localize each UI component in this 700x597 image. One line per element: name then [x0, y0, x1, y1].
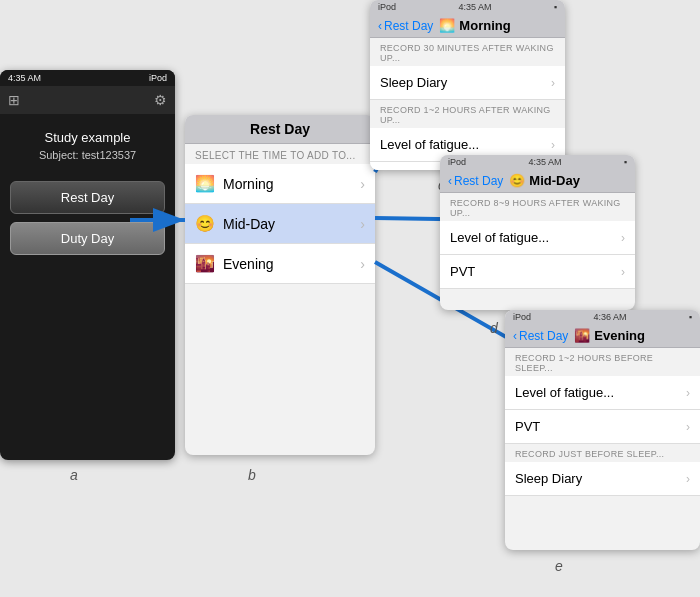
device-c: iPod: [378, 2, 396, 12]
label-b: b: [248, 467, 256, 483]
fatigue-midday[interactable]: Level of fatigue... ›: [440, 221, 635, 255]
sleep-diary-evening[interactable]: Sleep Diary ›: [505, 462, 700, 496]
morning-icon: 🌅: [195, 174, 215, 193]
label-e: e: [555, 558, 563, 574]
back-label-c: Rest Day: [384, 19, 433, 33]
pvt-evening[interactable]: PVT ›: [505, 410, 700, 444]
status-bar-e: iPod 4:36 AM ▪: [505, 310, 700, 324]
chevron-fatigue-morning: ›: [551, 138, 555, 152]
section-header-b: SELECT THE TIME TO ADD TO...: [185, 144, 375, 164]
back-button-e[interactable]: ‹ Rest Day: [513, 329, 568, 343]
pvt-midday[interactable]: PVT ›: [440, 255, 635, 289]
time-d: 4:35 AM: [528, 157, 561, 167]
fatigue-evening[interactable]: Level of fatigue... ›: [505, 376, 700, 410]
label-d: d: [490, 320, 498, 336]
list-item-evening[interactable]: 🌇 Evening ›: [185, 244, 375, 284]
evening-title-text: Evening: [594, 328, 645, 343]
nav-bar-c: ‹ Rest Day 🌅 Morning: [370, 14, 565, 38]
device-a: iPod: [149, 73, 167, 83]
device-d: iPod: [448, 157, 466, 167]
morning-title-text: Morning: [459, 18, 510, 33]
midday-title-icon: 😊: [509, 173, 525, 188]
section-header-d1: RECORD 8~9 HOURS AFTER WAKING UP...: [440, 193, 635, 221]
section-header-e1: RECORD 1~2 HOURS BEFORE SLEEP...: [505, 348, 700, 376]
status-bar-c: iPod 4:35 AM ▪: [370, 0, 565, 14]
evening-icon: 🌇: [195, 254, 215, 273]
duty-day-button[interactable]: Duty Day: [10, 222, 165, 255]
device-e: iPod: [513, 312, 531, 322]
sleep-diary-label-evening: Sleep Diary: [515, 471, 582, 486]
morning-title-icon: 🌅: [439, 18, 455, 33]
page-title-c: 🌅 Morning: [439, 18, 510, 33]
section-header-e2: RECORD JUST BEFORE SLEEP...: [505, 444, 700, 462]
gear-icon[interactable]: ⚙: [154, 92, 167, 108]
time-c: 4:35 AM: [458, 2, 491, 12]
chevron-back-e: ‹: [513, 329, 517, 343]
study-title: Study example: [10, 130, 165, 145]
list-item-midday[interactable]: 😊 Mid-Day ›: [185, 204, 375, 244]
fatigue-label-midday: Level of fatigue...: [450, 230, 549, 245]
sleep-diary-morning[interactable]: Sleep Diary ›: [370, 66, 565, 100]
fatigue-label-morning: Level of fatigue...: [380, 137, 479, 152]
back-label-e: Rest Day: [519, 329, 568, 343]
logo-icon: ⊞: [8, 92, 20, 108]
chevron-evening: ›: [360, 256, 365, 272]
fatigue-label-evening: Level of fatigue...: [515, 385, 614, 400]
panel-b-title: Rest Day: [250, 121, 310, 137]
chevron-fatigue-evening: ›: [686, 386, 690, 400]
section-header-c2: RECORD 1~2 HOURS AFTER WAKING UP...: [370, 100, 565, 128]
panel-a: 4:35 AM iPod ⊞ ⚙ Study example Subject: …: [0, 70, 175, 460]
nav-bar-e: ‹ Rest Day 🌇 Evening: [505, 324, 700, 348]
panel-b: Rest Day SELECT THE TIME TO ADD TO... 🌅 …: [185, 115, 375, 455]
time-a: 4:35 AM: [8, 73, 41, 83]
nav-bar-b: Rest Day: [185, 115, 375, 144]
evening-title-icon: 🌇: [574, 328, 590, 343]
pvt-label-midday: PVT: [450, 264, 475, 279]
back-label-d: Rest Day: [454, 174, 503, 188]
page-title-d: 😊 Mid-Day: [509, 173, 580, 188]
sleep-diary-label-morning: Sleep Diary: [380, 75, 447, 90]
back-button-d[interactable]: ‹ Rest Day: [448, 174, 503, 188]
subject-label: Subject: test123537: [10, 149, 165, 161]
morning-label: Morning: [223, 176, 274, 192]
nav-bar-a: ⊞ ⚙: [0, 86, 175, 114]
status-bar-a: 4:35 AM iPod: [0, 70, 175, 86]
time-e: 4:36 AM: [593, 312, 626, 322]
panel-c: iPod 4:35 AM ▪ ‹ Rest Day 🌅 Morning RECO…: [370, 0, 565, 170]
battery-c: ▪: [554, 2, 557, 12]
chevron-pvt-evening: ›: [686, 420, 690, 434]
chevron-pvt-midday: ›: [621, 265, 625, 279]
panel-d: iPod 4:35 AM ▪ ‹ Rest Day 😊 Mid-Day RECO…: [440, 155, 635, 310]
evening-label: Evening: [223, 256, 274, 272]
chevron-midday: ›: [360, 216, 365, 232]
section-header-c1: RECORD 30 MINUTES AFTER WAKING UP...: [370, 38, 565, 66]
chevron-back-c: ‹: [378, 19, 382, 33]
status-bar-d: iPod 4:35 AM ▪: [440, 155, 635, 169]
panel-e: iPod 4:36 AM ▪ ‹ Rest Day 🌇 Evening RECO…: [505, 310, 700, 550]
nav-bar-d: ‹ Rest Day 😊 Mid-Day: [440, 169, 635, 193]
midday-label: Mid-Day: [223, 216, 275, 232]
midday-title-text: Mid-Day: [529, 173, 580, 188]
back-button-c[interactable]: ‹ Rest Day: [378, 19, 433, 33]
chevron-sleep-diary-evening: ›: [686, 472, 690, 486]
battery-e: ▪: [689, 312, 692, 322]
content-a: Study example Subject: test123537 Rest D…: [0, 114, 175, 271]
pvt-label-evening: PVT: [515, 419, 540, 434]
chevron-fatigue-midday: ›: [621, 231, 625, 245]
chevron-back-d: ‹: [448, 174, 452, 188]
chevron-morning: ›: [360, 176, 365, 192]
battery-d: ▪: [624, 157, 627, 167]
list-item-morning[interactable]: 🌅 Morning ›: [185, 164, 375, 204]
page-title-e: 🌇 Evening: [574, 328, 645, 343]
midday-icon: 😊: [195, 214, 215, 233]
rest-day-button[interactable]: Rest Day: [10, 181, 165, 214]
label-a: a: [70, 467, 78, 483]
chevron-sleep-diary-morning: ›: [551, 76, 555, 90]
